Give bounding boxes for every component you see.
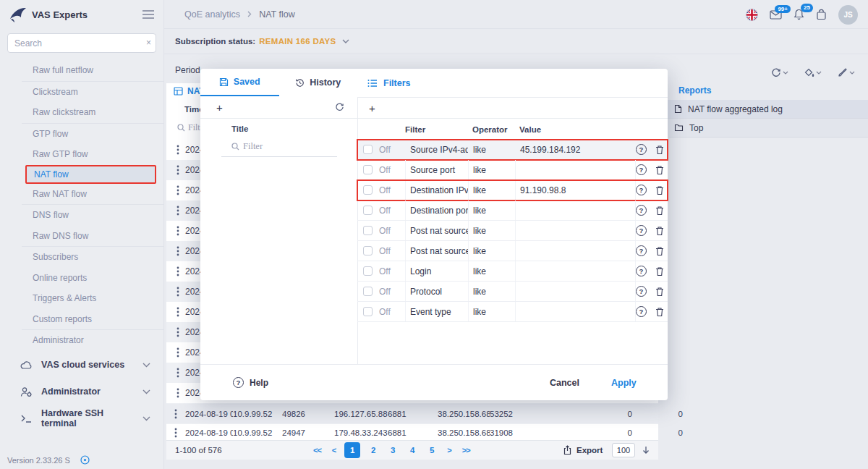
apply-button[interactable]: Apply: [611, 378, 637, 388]
help-icon[interactable]: ?: [636, 286, 647, 297]
filter-checkbox[interactable]: [363, 307, 373, 316]
filter-state[interactable]: Off: [379, 307, 405, 317]
sidebar-item-raw-gtp-flow[interactable]: Raw GTP flow: [0, 144, 163, 165]
help-icon[interactable]: ?: [636, 225, 647, 236]
trash-icon[interactable]: [651, 145, 668, 155]
filter-value[interactable]: [515, 200, 635, 220]
messages-button[interactable]: 99+: [770, 10, 782, 20]
page-button-3[interactable]: 3: [386, 446, 399, 455]
filter-name[interactable]: Destination port: [405, 200, 468, 220]
filter-name[interactable]: Source IPv4-add: [405, 140, 468, 159]
filter-checkbox[interactable]: [363, 206, 373, 215]
filter-checkbox[interactable]: [363, 145, 373, 154]
page-button-4[interactable]: 4: [406, 446, 419, 455]
sidebar-item-clickstream[interactable]: Clickstream: [0, 82, 163, 103]
sidebar-item-gtp-flow[interactable]: GTP flow: [0, 124, 163, 145]
circled-dot-icon[interactable]: [80, 455, 90, 465]
trash-icon[interactable]: [651, 266, 668, 276]
filter-operator[interactable]: like: [468, 180, 515, 200]
filter-operator[interactable]: like: [468, 221, 515, 240]
report-item-nat-flow-aggregated-log[interactable]: NAT flow aggregated log: [667, 100, 868, 119]
page-button-1[interactable]: 1: [344, 442, 360, 458]
sidebar-item-raw-nat-flow[interactable]: Raw NAT flow: [0, 184, 163, 205]
help-icon[interactable]: ?: [636, 306, 647, 317]
filter-operator[interactable]: like: [468, 160, 515, 179]
filter-row-login[interactable]: Off Login like ?: [357, 261, 668, 282]
tab-saved[interactable]: Saved: [200, 69, 279, 96]
sidebar-item-raw-clickstream[interactable]: Raw clickstream: [0, 102, 163, 123]
row-drag-handle-icon[interactable]: [176, 327, 179, 337]
page-button-5[interactable]: 5: [425, 446, 438, 455]
sidebar-section-administrator[interactable]: Administrator: [0, 379, 163, 405]
sidebar-item-dns-flow[interactable]: DNS flow: [0, 205, 163, 226]
filter-checkbox[interactable]: [363, 226, 373, 235]
shop-bag-icon[interactable]: [816, 9, 827, 20]
row-drag-handle-icon[interactable]: [176, 266, 179, 276]
filter-row-source-port[interactable]: Off Source port like ?: [357, 160, 668, 180]
filter-checkbox[interactable]: [363, 287, 373, 296]
trash-icon[interactable]: [651, 206, 668, 216]
tab-history[interactable]: History: [279, 69, 358, 96]
filter-state[interactable]: Off: [379, 206, 405, 216]
sidebar-item-custom-reports[interactable]: Custom reports: [0, 309, 163, 330]
filter-row-destination-ipv4[interactable]: Off Destination IPv4 like 91.190.98.8 ?: [357, 180, 668, 200]
help-icon[interactable]: ?: [636, 266, 647, 276]
notifications-button[interactable]: 25: [793, 9, 804, 20]
trash-icon[interactable]: [651, 226, 668, 236]
refresh-icon[interactable]: [335, 103, 344, 111]
row-drag-handle-icon[interactable]: [176, 165, 179, 175]
download-icon[interactable]: [642, 446, 650, 455]
row-drag-handle-icon[interactable]: [174, 428, 177, 438]
filter-value[interactable]: 91.190.98.8: [515, 180, 635, 200]
filter-checkbox[interactable]: [363, 165, 373, 174]
search-clear-icon[interactable]: ×: [146, 38, 151, 48]
row-drag-handle-icon[interactable]: [176, 388, 179, 398]
filter-value[interactable]: [515, 282, 635, 301]
help-icon[interactable]: ?: [636, 205, 647, 216]
filter-row-protocol[interactable]: Off Protocol like ?: [357, 282, 668, 302]
sidebar-item-raw-dns-flow[interactable]: Raw DNS flow: [0, 226, 163, 247]
subscription-status-value[interactable]: REMAIN 166 DAYS: [259, 37, 336, 46]
sidebar-section-hardware-ssh-terminal[interactable]: Hardware SSH terminal: [0, 406, 163, 431]
prev-page-button[interactable]: <: [330, 446, 338, 455]
chevron-down-icon[interactable]: [342, 39, 349, 43]
last-page-button[interactable]: >>: [460, 446, 472, 455]
breadcrumb-qoe-analytics[interactable]: QoE analytics: [184, 9, 240, 20]
search-input[interactable]: [7, 33, 156, 53]
page-button-2[interactable]: 2: [367, 446, 380, 455]
table-row[interactable]: 2024-08-19 00 10.9.99.52 24947 179.48.33…: [166, 423, 658, 441]
filter-operator[interactable]: like: [468, 282, 515, 301]
language-flag-icon[interactable]: [746, 9, 758, 21]
trash-icon[interactable]: [651, 307, 668, 317]
row-drag-handle-icon[interactable]: [176, 368, 179, 378]
trash-icon[interactable]: [651, 246, 668, 256]
first-page-button[interactable]: <<: [311, 446, 323, 455]
sidebar-item-raw-full-netflow[interactable]: Raw full netflow: [0, 60, 163, 81]
filter-state[interactable]: Off: [379, 246, 405, 256]
filter-checkbox[interactable]: [363, 246, 373, 255]
help-button[interactable]: ? Help: [233, 377, 268, 388]
add-saved-filter-button[interactable]: +: [216, 102, 223, 113]
row-drag-handle-icon[interactable]: [176, 185, 179, 195]
filter-name[interactable]: Protocol: [405, 282, 468, 301]
sidebar-item-administrator[interactable]: Administrator: [0, 330, 163, 351]
help-icon[interactable]: ?: [636, 144, 647, 155]
page-size-select[interactable]: 100: [612, 443, 635, 457]
table-row[interactable]: 2024-08-19 00 10.9.99.52 49826 196.127.6…: [166, 403, 658, 423]
trash-icon[interactable]: [651, 287, 668, 297]
filter-row-source-ipv4-address[interactable]: Off Source IPv4-add like 45.199.184.192 …: [357, 140, 668, 160]
filter-name[interactable]: Destination IPv4: [405, 180, 468, 200]
filter-value[interactable]: [515, 302, 635, 321]
help-icon[interactable]: ?: [636, 245, 647, 256]
row-drag-handle-icon[interactable]: [176, 307, 179, 317]
hamburger-menu-icon[interactable]: [142, 9, 155, 20]
filter-state[interactable]: Off: [379, 226, 405, 236]
sidebar-item-triggers-alerts[interactable]: Triggers & Alerts: [0, 288, 163, 309]
filter-checkbox[interactable]: [363, 266, 373, 276]
export-button[interactable]: Export: [563, 445, 603, 455]
filter-state[interactable]: Off: [379, 145, 405, 155]
row-drag-handle-icon[interactable]: [176, 347, 179, 358]
filter-row-post-nat-source-1[interactable]: Off Post nat source like ?: [357, 221, 668, 241]
row-drag-handle-icon[interactable]: [176, 287, 179, 297]
filter-state[interactable]: Off: [379, 165, 405, 175]
